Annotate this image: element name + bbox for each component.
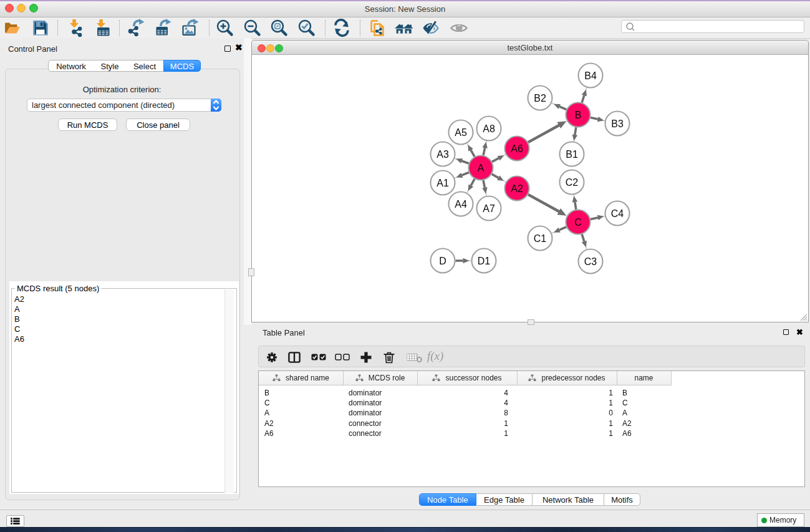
svg-text:C1: C1 xyxy=(534,233,547,244)
svg-text:B3: B3 xyxy=(611,118,624,129)
svg-text:D: D xyxy=(439,256,446,266)
svg-text:A7: A7 xyxy=(483,203,495,214)
svg-text:B: B xyxy=(575,110,582,120)
svg-text:C: C xyxy=(574,217,582,228)
svg-text:A: A xyxy=(478,163,485,173)
svg-text:A2: A2 xyxy=(511,183,523,194)
svg-text:C3: C3 xyxy=(584,256,597,267)
svg-text:B2: B2 xyxy=(534,93,546,104)
svg-text:A1: A1 xyxy=(436,178,449,188)
svg-text:B4: B4 xyxy=(584,70,597,81)
svg-text:A4: A4 xyxy=(455,199,467,210)
svg-text:A5: A5 xyxy=(455,127,467,138)
svg-text:A6: A6 xyxy=(511,143,523,154)
svg-text:A8: A8 xyxy=(483,123,495,134)
svg-text:C4: C4 xyxy=(611,208,624,219)
svg-text:C2: C2 xyxy=(566,177,579,188)
svg-text:B1: B1 xyxy=(566,149,578,160)
svg-text:D1: D1 xyxy=(478,256,491,266)
svg-text:A3: A3 xyxy=(436,149,449,160)
